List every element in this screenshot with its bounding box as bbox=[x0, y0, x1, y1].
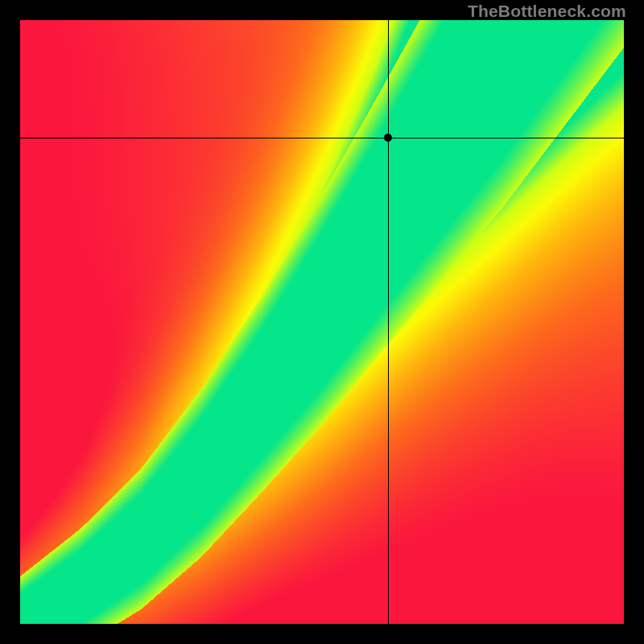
watermark-label: TheBottleneck.com bbox=[468, 2, 626, 21]
chart-frame: TheBottleneck.com bbox=[0, 0, 644, 644]
heatmap-canvas bbox=[20, 20, 624, 624]
